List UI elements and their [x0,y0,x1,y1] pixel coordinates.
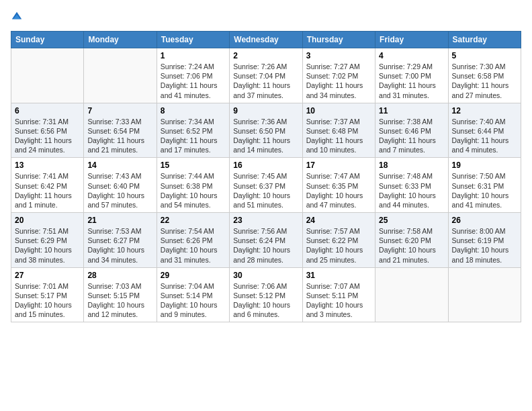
calendar-cell: 9Sunrise: 7:36 AM Sunset: 6:50 PM Daylig… [230,103,302,158]
calendar-cell: 24Sunrise: 7:57 AM Sunset: 6:22 PM Dayli… [302,213,375,268]
day-header-monday: Monday [84,32,157,48]
day-number: 11 [379,106,444,116]
day-info: Sunrise: 7:51 AM Sunset: 6:29 PM Dayligh… [15,226,80,265]
day-number: 3 [306,51,371,60]
day-info: Sunrise: 7:57 AM Sunset: 6:22 PM Dayligh… [306,226,371,265]
day-info: Sunrise: 8:00 AM Sunset: 6:19 PM Dayligh… [452,226,517,265]
calendar-cell: 8Sunrise: 7:34 AM Sunset: 6:52 PM Daylig… [157,103,229,158]
week-row-1: 1Sunrise: 7:24 AM Sunset: 7:06 PM Daylig… [11,48,521,103]
calendar-cell [84,48,157,103]
logo [11,11,24,23]
calendar-cell [375,267,448,322]
week-row-4: 20Sunrise: 7:51 AM Sunset: 6:29 PM Dayli… [11,213,521,268]
day-number: 6 [15,106,80,116]
day-number: 7 [87,106,152,116]
calendar-cell: 2Sunrise: 7:26 AM Sunset: 7:04 PM Daylig… [230,48,302,103]
day-info: Sunrise: 7:41 AM Sunset: 6:42 PM Dayligh… [15,171,80,210]
calendar-cell: 5Sunrise: 7:30 AM Sunset: 6:58 PM Daylig… [448,48,521,103]
day-info: Sunrise: 7:53 AM Sunset: 6:27 PM Dayligh… [87,226,152,265]
calendar-cell: 30Sunrise: 7:06 AM Sunset: 5:12 PM Dayli… [230,267,302,322]
day-number: 5 [452,51,517,60]
calendar-cell: 21Sunrise: 7:53 AM Sunset: 6:27 PM Dayli… [84,213,157,268]
day-number: 16 [233,161,298,170]
day-number: 14 [87,161,152,170]
day-number: 2 [233,51,298,60]
day-number: 23 [233,216,298,225]
calendar-cell: 15Sunrise: 7:44 AM Sunset: 6:38 PM Dayli… [157,158,229,213]
header [11,11,521,23]
calendar-cell: 19Sunrise: 7:50 AM Sunset: 6:31 PM Dayli… [448,158,521,213]
calendar-table: SundayMondayTuesdayWednesdayThursdayFrid… [11,31,521,322]
day-info: Sunrise: 7:47 AM Sunset: 6:35 PM Dayligh… [306,171,371,210]
day-info: Sunrise: 7:03 AM Sunset: 5:15 PM Dayligh… [87,281,152,320]
day-number: 13 [15,161,80,170]
calendar-cell: 12Sunrise: 7:40 AM Sunset: 6:44 PM Dayli… [448,103,521,158]
day-number: 1 [161,51,226,60]
day-info: Sunrise: 7:07 AM Sunset: 5:11 PM Dayligh… [306,281,371,320]
day-info: Sunrise: 7:33 AM Sunset: 6:54 PM Dayligh… [87,117,152,155]
calendar-cell: 18Sunrise: 7:48 AM Sunset: 6:33 PM Dayli… [375,158,448,213]
day-number: 25 [379,216,444,225]
day-number: 19 [452,161,517,170]
calendar-cell: 25Sunrise: 7:58 AM Sunset: 6:20 PM Dayli… [375,213,448,268]
calendar-cell: 28Sunrise: 7:03 AM Sunset: 5:15 PM Dayli… [84,267,157,322]
day-info: Sunrise: 7:36 AM Sunset: 6:50 PM Dayligh… [233,117,298,155]
day-info: Sunrise: 7:06 AM Sunset: 5:12 PM Dayligh… [233,281,298,320]
logo-icon [11,11,23,23]
calendar-cell: 3Sunrise: 7:27 AM Sunset: 7:02 PM Daylig… [302,48,375,103]
day-info: Sunrise: 7:50 AM Sunset: 6:31 PM Dayligh… [452,171,517,210]
day-info: Sunrise: 7:44 AM Sunset: 6:38 PM Dayligh… [161,171,226,210]
day-number: 10 [306,106,371,116]
day-number: 20 [15,216,80,225]
calendar-cell: 14Sunrise: 7:43 AM Sunset: 6:40 PM Dayli… [84,158,157,213]
calendar-cell: 7Sunrise: 7:33 AM Sunset: 6:54 PM Daylig… [84,103,157,158]
day-number: 31 [306,271,371,280]
day-info: Sunrise: 7:04 AM Sunset: 5:14 PM Dayligh… [161,281,226,320]
calendar-cell: 31Sunrise: 7:07 AM Sunset: 5:11 PM Dayli… [302,267,375,322]
day-info: Sunrise: 7:29 AM Sunset: 7:00 PM Dayligh… [379,62,444,100]
day-header-tuesday: Tuesday [157,32,229,48]
day-number: 24 [306,216,371,225]
day-number: 30 [233,271,298,280]
calendar-cell [448,267,521,322]
day-number: 29 [161,271,226,280]
day-info: Sunrise: 7:54 AM Sunset: 6:26 PM Dayligh… [161,226,226,265]
day-number: 21 [87,216,152,225]
day-info: Sunrise: 7:40 AM Sunset: 6:44 PM Dayligh… [452,117,517,155]
calendar-cell: 13Sunrise: 7:41 AM Sunset: 6:42 PM Dayli… [11,158,84,213]
day-number: 18 [379,161,444,170]
calendar-cell [11,48,84,103]
calendar-cell: 29Sunrise: 7:04 AM Sunset: 5:14 PM Dayli… [157,267,229,322]
calendar-cell: 4Sunrise: 7:29 AM Sunset: 7:00 PM Daylig… [375,48,448,103]
calendar-cell: 11Sunrise: 7:38 AM Sunset: 6:46 PM Dayli… [375,103,448,158]
calendar-cell: 1Sunrise: 7:24 AM Sunset: 7:06 PM Daylig… [157,48,229,103]
page: SundayMondayTuesdayWednesdayThursdayFrid… [0,0,532,411]
day-number: 8 [161,106,226,116]
day-info: Sunrise: 7:24 AM Sunset: 7:06 PM Dayligh… [161,62,226,100]
week-row-3: 13Sunrise: 7:41 AM Sunset: 6:42 PM Dayli… [11,158,521,213]
day-number: 26 [452,216,517,225]
day-info: Sunrise: 7:27 AM Sunset: 7:02 PM Dayligh… [306,62,371,100]
day-header-row: SundayMondayTuesdayWednesdayThursdayFrid… [11,32,521,48]
calendar-cell: 20Sunrise: 7:51 AM Sunset: 6:29 PM Dayli… [11,213,84,268]
calendar-cell: 17Sunrise: 7:47 AM Sunset: 6:35 PM Dayli… [302,158,375,213]
day-info: Sunrise: 7:43 AM Sunset: 6:40 PM Dayligh… [87,171,152,210]
calendar-cell: 26Sunrise: 8:00 AM Sunset: 6:19 PM Dayli… [448,213,521,268]
day-number: 17 [306,161,371,170]
day-info: Sunrise: 7:58 AM Sunset: 6:20 PM Dayligh… [379,226,444,265]
day-info: Sunrise: 7:26 AM Sunset: 7:04 PM Dayligh… [233,62,298,100]
day-info: Sunrise: 7:37 AM Sunset: 6:48 PM Dayligh… [306,117,371,155]
calendar-cell: 27Sunrise: 7:01 AM Sunset: 5:17 PM Dayli… [11,267,84,322]
week-row-5: 27Sunrise: 7:01 AM Sunset: 5:17 PM Dayli… [11,267,521,322]
calendar-cell: 6Sunrise: 7:31 AM Sunset: 6:56 PM Daylig… [11,103,84,158]
day-info: Sunrise: 7:38 AM Sunset: 6:46 PM Dayligh… [379,117,444,155]
day-info: Sunrise: 7:31 AM Sunset: 6:56 PM Dayligh… [15,117,80,155]
day-number: 12 [452,106,517,116]
day-info: Sunrise: 7:30 AM Sunset: 6:58 PM Dayligh… [452,62,517,100]
day-header-thursday: Thursday [302,32,375,48]
day-header-friday: Friday [375,32,448,48]
calendar-cell: 16Sunrise: 7:45 AM Sunset: 6:37 PM Dayli… [230,158,302,213]
calendar-cell: 10Sunrise: 7:37 AM Sunset: 6:48 PM Dayli… [302,103,375,158]
calendar-cell: 22Sunrise: 7:54 AM Sunset: 6:26 PM Dayli… [157,213,229,268]
day-header-saturday: Saturday [448,32,521,48]
